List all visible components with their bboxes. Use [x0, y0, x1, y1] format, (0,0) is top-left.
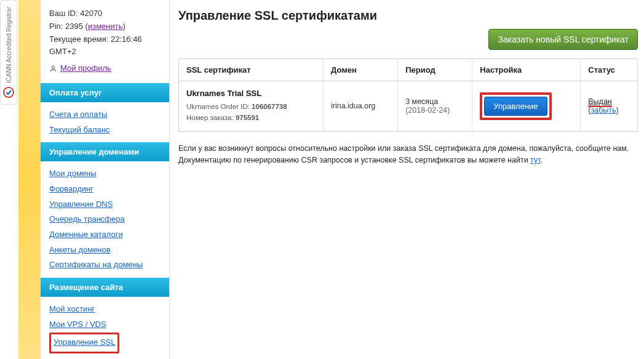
cell-period: 3 месяца (2018-02-24) [398, 81, 472, 132]
docs-link[interactable]: тут [530, 156, 540, 164]
sidebar-item-vps[interactable]: Мои VPS / VDS [49, 317, 161, 333]
account-info: Ваш ID: 42070 Pin: 2395 (изменить) Текущ… [41, 0, 169, 83]
sidebar-item-transfer-queue[interactable]: Очередь трансфера [49, 212, 161, 227]
cert-name: Ukrnames Trial SSL [186, 89, 316, 98]
footnote: Если у вас возникнут вопросы относительн… [178, 143, 638, 167]
sidebar-item-domain-profiles[interactable]: Анкеты доменов [49, 243, 161, 258]
forget-link[interactable]: забыть [590, 106, 616, 115]
section-domains: Управление доменами [41, 142, 169, 161]
order-ssl-button[interactable]: Заказать новый SSL сертификат [488, 29, 638, 50]
status-issued: Выдан [588, 97, 611, 106]
svg-point-0 [4, 87, 14, 97]
main-content: Управление SSL сертификатами Заказать но… [178, 0, 638, 167]
sidebar-item-ssl[interactable]: Управление SSL [54, 335, 115, 350]
ssl-cert-table: SSL сертификат Домен Период Настройка Ст… [178, 58, 638, 132]
sidebar-item-balance[interactable]: Текущий баланс [49, 123, 161, 138]
th-cert: SSL сертификат [179, 59, 324, 81]
icann-badge: ICANN Accredited Registrar [0, 0, 17, 105]
table-row: Ukrnames Trial SSL Ukrnames Order ID: 10… [179, 81, 638, 132]
sidebar-item-my-domains[interactable]: Мои домены [49, 166, 161, 182]
icann-check-icon [3, 87, 14, 98]
change-pin-link[interactable]: изменить [88, 22, 123, 31]
sidebar-item-domain-certs[interactable]: Сертификаты на домены [49, 257, 161, 273]
th-domain: Домен [323, 59, 397, 81]
profile-link[interactable]: Мой профиль [60, 62, 111, 75]
user-icon [49, 65, 57, 73]
decorative-stripe [18, 0, 41, 359]
sidebar-item-forwarding[interactable]: Форвардинг [49, 182, 161, 197]
sidebar: Ваш ID: 42070 Pin: 2395 (изменить) Текущ… [41, 0, 170, 359]
sidebar-item-dns[interactable]: Управление DNS [49, 197, 161, 212]
svg-point-1 [52, 66, 54, 68]
cell-domain: irina.idua.org [323, 81, 397, 132]
th-settings: Настройка [472, 59, 581, 81]
sidebar-item-my-hosting[interactable]: Мой хостинг [49, 302, 161, 317]
manage-button[interactable]: Управление [484, 97, 547, 116]
section-payment: Оплата услуг [41, 83, 169, 102]
page-title: Управление SSL сертификатами [178, 9, 638, 23]
th-period: Период [398, 59, 472, 81]
th-status: Статус [581, 59, 638, 81]
sidebar-item-domain-catalogs[interactable]: Доменные каталоги [49, 227, 161, 243]
section-hosting: Размещение сайта [41, 278, 169, 297]
sidebar-item-invoices[interactable]: Счета и оплаты [49, 107, 161, 123]
